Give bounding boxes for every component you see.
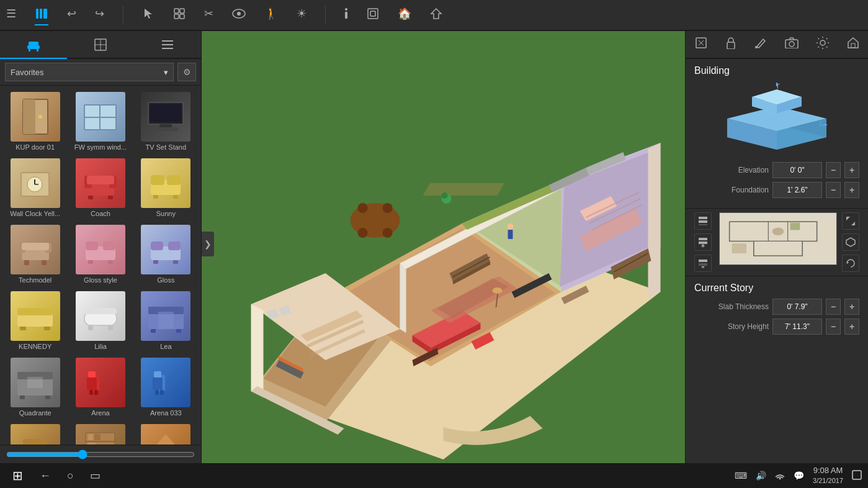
item-label-kup-door: KUP door 01 xyxy=(6,143,65,151)
house-panel-icon[interactable] xyxy=(843,33,863,56)
windows-start-button[interactable]: ⊞ xyxy=(6,464,29,487)
item-tv-stand[interactable]: TV Set Stand xyxy=(135,89,197,153)
view-icon[interactable] xyxy=(232,9,246,21)
info-icon[interactable] xyxy=(344,8,348,22)
dimensions-panel-icon[interactable] xyxy=(691,33,711,56)
notification-icon[interactable] xyxy=(852,470,862,482)
share-icon[interactable] xyxy=(430,7,442,22)
item-fw-window[interactable]: FW symm wind... xyxy=(69,89,132,153)
navigate-floors-button[interactable] xyxy=(694,255,712,272)
add-floor-button[interactable] xyxy=(694,233,712,251)
chat-icon[interactable]: 💬 xyxy=(794,471,804,481)
foundation-increase-button[interactable]: + xyxy=(844,182,859,198)
item-lilia[interactable]: Lilia xyxy=(69,289,132,353)
item-arena033[interactable]: Arena 033 xyxy=(135,355,197,419)
item-label-wall-clock: Wall Clock Yell... xyxy=(6,210,65,217)
overview-button[interactable]: ▭ xyxy=(85,466,105,485)
network-icon[interactable] xyxy=(775,471,785,481)
elevation-input[interactable] xyxy=(772,162,822,178)
floors-list-button[interactable] xyxy=(694,212,712,230)
paint-panel-icon[interactable] xyxy=(751,33,771,56)
group-icon[interactable] xyxy=(173,7,186,22)
export-icon[interactable] xyxy=(367,7,379,22)
scissors-icon[interactable]: ✂ xyxy=(204,7,213,23)
rotate-button[interactable] xyxy=(842,255,859,272)
item-techmodel[interactable]: Techmodel xyxy=(4,222,66,286)
walk-icon[interactable]: 🚶 xyxy=(264,7,278,23)
svg-rect-204 xyxy=(700,246,705,246)
home-button[interactable]: ○ xyxy=(62,467,79,485)
select-icon[interactable] xyxy=(142,7,154,22)
building-title: Building xyxy=(694,65,859,76)
slab-decrease-button[interactable]: − xyxy=(826,299,841,315)
draw-tab[interactable] xyxy=(67,31,134,58)
story-height-decrease-button[interactable]: − xyxy=(826,319,841,335)
story-height-increase-button[interactable]: + xyxy=(844,319,859,335)
svg-rect-2 xyxy=(43,9,47,19)
building-3d-preview: T H F E xyxy=(715,81,839,156)
slab-thickness-input[interactable] xyxy=(772,299,822,315)
item-chair2[interactable]: Chair xyxy=(4,422,66,445)
foundation-input[interactable] xyxy=(772,182,822,198)
redo-icon[interactable]: ↪ xyxy=(95,7,104,23)
item-coach[interactable]: Coach xyxy=(69,156,132,220)
expand-panel-button[interactable]: ❯ xyxy=(202,232,214,256)
slab-increase-button[interactable]: + xyxy=(844,299,859,315)
svg-rect-16 xyxy=(29,42,38,46)
items-grid: KUP door 01 FW symm wind... TV Set Stand xyxy=(0,86,201,445)
taskbar: ⊞ ← ○ ▭ ⌨ 🔊 💬 9:08 AM 3/21/2017 xyxy=(0,463,868,488)
item-gloss[interactable]: Gloss xyxy=(135,222,197,286)
item-gloss-style[interactable]: Gloss style xyxy=(69,222,132,286)
svg-rect-85 xyxy=(88,371,96,377)
favorites-bar: Favorites ▾ ⚙ xyxy=(0,59,201,86)
right-edge-buttons xyxy=(842,212,859,272)
svg-marker-120 xyxy=(251,304,264,397)
item-lamp[interactable]: Lamp xyxy=(135,422,197,445)
svg-point-27 xyxy=(38,115,42,119)
list-tab[interactable] xyxy=(134,31,201,58)
story-height-input[interactable] xyxy=(772,319,822,335)
library-icon[interactable] xyxy=(35,7,48,23)
keyboard-icon[interactable]: ⌨ xyxy=(735,471,747,481)
home-icon[interactable]: 🏠 xyxy=(398,7,411,23)
sun-icon[interactable]: ☀ xyxy=(297,7,306,23)
right-top-icons xyxy=(686,31,868,59)
item-quadrante[interactable]: Quadrante xyxy=(4,355,66,419)
undo-icon[interactable]: ↩ xyxy=(67,7,76,23)
foundation-decrease-button[interactable]: − xyxy=(826,182,841,198)
floor-plan-canvas[interactable] xyxy=(202,31,685,463)
svg-point-170 xyxy=(755,46,758,48)
svg-rect-48 xyxy=(153,195,158,199)
favorites-dropdown[interactable]: Favorites ▾ xyxy=(5,63,174,81)
svg-rect-86 xyxy=(87,377,97,390)
menu-icon[interactable]: ☰ xyxy=(6,7,16,23)
svg-rect-200 xyxy=(699,224,707,225)
volume-icon[interactable]: 🔊 xyxy=(756,471,766,481)
item-thumb-chair2 xyxy=(11,424,60,445)
item-thumb-lilia xyxy=(76,291,125,341)
item-shelf[interactable]: Shelf xyxy=(69,422,132,445)
elevation-decrease-button[interactable]: − xyxy=(826,162,841,178)
back-button[interactable]: ← xyxy=(35,467,56,485)
expand-view-button[interactable] xyxy=(842,212,859,230)
furniture-tab[interactable] xyxy=(0,31,67,58)
sun-panel-icon[interactable] xyxy=(813,33,833,56)
sep1 xyxy=(123,6,123,24)
camera-panel-icon[interactable] xyxy=(781,34,802,55)
item-wall-clock[interactable]: Wall Clock Yell... xyxy=(4,156,66,220)
item-kennedy[interactable]: KENNEDY xyxy=(4,289,66,353)
elevation-increase-button[interactable]: + xyxy=(844,162,859,178)
size-slider[interactable] xyxy=(6,450,195,459)
top-toolbar: ☰ ↩ ↪ ✂ 🚶 ☀ 🏠 xyxy=(0,0,868,31)
main-layout: Favorites ▾ ⚙ KUP door 01 FW symm wind..… xyxy=(0,31,868,463)
view-3d-button[interactable] xyxy=(842,233,859,251)
story-height-label: Story Height xyxy=(694,322,769,331)
svg-rect-44 xyxy=(108,196,113,199)
favorites-settings-icon[interactable]: ⚙ xyxy=(177,63,196,81)
lock-panel-icon[interactable] xyxy=(722,33,740,56)
svg-marker-121 xyxy=(648,143,661,298)
item-kup-door[interactable]: KUP door 01 xyxy=(4,89,66,153)
item-lea[interactable]: Lea xyxy=(135,289,197,353)
item-arena[interactable]: Arena xyxy=(69,355,132,419)
item-sunny[interactable]: Sunny xyxy=(135,156,197,220)
